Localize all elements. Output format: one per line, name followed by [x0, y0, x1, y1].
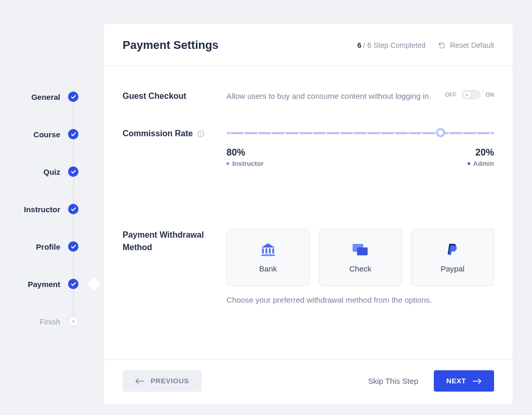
refresh-icon [438, 42, 446, 49]
settings-card: Payment Settings 6 / 6 Step Completed Re… [103, 23, 513, 405]
sidebar-item-label: Finish [39, 317, 60, 326]
sidebar-item-quiz[interactable]: Quiz [19, 153, 78, 190]
toggle-off-label: OFF [445, 92, 457, 98]
reset-default-button[interactable]: Reset Default [438, 41, 494, 49]
setting-guest-checkout: Guest Checkout Allow users to buy and co… [123, 81, 494, 112]
check-icon [68, 204, 78, 214]
check-icon [68, 166, 78, 177]
instructor-label: Instructor [232, 160, 264, 167]
step-list: General Course Quiz Instructor Profile P… [19, 78, 78, 340]
sidebar-item-label: General [31, 93, 60, 101]
svg-rect-5 [272, 248, 274, 253]
previous-button[interactable]: PREVIOUS [123, 370, 202, 392]
svg-rect-8 [357, 247, 367, 255]
bullet-icon [227, 162, 229, 165]
check-icon [352, 242, 369, 257]
check-icon [68, 92, 78, 102]
withdrawal-option-check[interactable]: Check [319, 229, 402, 286]
sidebar-item-profile[interactable]: Profile [19, 228, 78, 265]
sidebar-item-finish[interactable]: Finish [19, 303, 78, 340]
sidebar-item-instructor[interactable]: Instructor [19, 190, 78, 228]
admin-percent: 20% [468, 147, 494, 158]
withdrawal-label: Check [349, 264, 371, 273]
bullet-icon [468, 162, 470, 165]
svg-rect-6 [261, 254, 275, 256]
pending-dot-icon [68, 316, 78, 327]
check-icon [68, 241, 78, 252]
admin-label: Admin [473, 160, 494, 167]
commission-slider[interactable] [227, 131, 494, 136]
sidebar-item-label: Instructor [24, 205, 60, 214]
sidebar-item-label: Quiz [44, 167, 61, 176]
svg-point-1 [201, 132, 201, 133]
skip-step-link[interactable]: Skip This Step [368, 377, 418, 385]
sidebar-item-course[interactable]: Course [19, 115, 78, 153]
page-title: Payment Settings [123, 38, 219, 52]
card-footer: PREVIOUS Skip This Step NEXT [104, 359, 513, 404]
withdrawal-label: Paypal [441, 264, 464, 273]
sidebar-item-general[interactable]: General [19, 78, 78, 115]
setting-withdrawal-method: Payment Withdrawal Method Bank [123, 177, 494, 314]
arrow-left-icon [135, 378, 144, 384]
svg-rect-2 [262, 248, 263, 253]
step-counter: 6 / 6 Step Completed [357, 41, 426, 49]
toggle-on-label: ON [486, 92, 495, 98]
wizard-sidebar: General Course Quiz Instructor Profile P… [19, 23, 78, 405]
info-icon[interactable] [197, 130, 205, 138]
paypal-icon [444, 242, 461, 257]
setting-help: Allow users to buy and consume content w… [227, 90, 435, 102]
setting-label: Commission Rate [123, 127, 216, 140]
withdrawal-label: Bank [259, 264, 277, 273]
instructor-percent: 80% [227, 147, 264, 158]
sidebar-item-label: Payment [28, 280, 60, 289]
arrow-right-icon [472, 378, 482, 384]
sidebar-item-payment[interactable]: Payment [19, 265, 78, 303]
svg-rect-3 [265, 248, 267, 253]
withdrawal-help: Choose your preferred withdrawal method … [227, 295, 494, 304]
setting-label: Payment Withdrawal Method [123, 229, 216, 254]
svg-rect-4 [269, 248, 270, 253]
sidebar-item-label: Profile [36, 242, 60, 251]
next-button[interactable]: NEXT [434, 370, 494, 392]
check-icon [68, 279, 78, 289]
sidebar-item-label: Course [33, 130, 60, 139]
withdrawal-option-paypal[interactable]: Paypal [411, 229, 494, 286]
setting-commission-rate: Commission Rate 80% Instructor [123, 112, 494, 177]
card-header: Payment Settings 6 / 6 Step Completed Re… [104, 24, 513, 66]
setting-label: Guest Checkout [123, 90, 216, 102]
guest-checkout-toggle[interactable] [462, 90, 481, 99]
withdrawal-option-bank[interactable]: Bank [227, 229, 310, 286]
slider-thumb[interactable] [436, 128, 445, 137]
bank-icon [259, 242, 277, 257]
check-icon [68, 129, 78, 139]
slider-ticks [227, 132, 494, 134]
